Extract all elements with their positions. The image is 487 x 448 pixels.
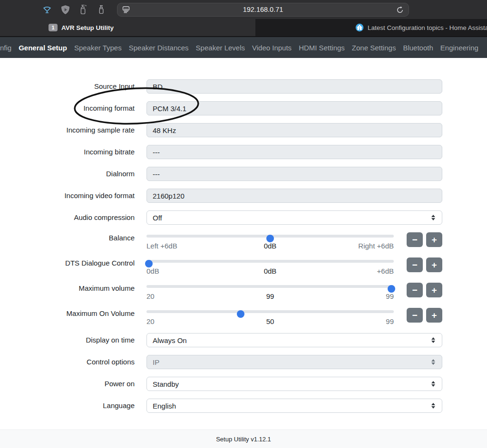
field-label: Audio compression (0, 213, 135, 222)
wiper-extension-icon[interactable] (42, 4, 52, 15)
maximum-volume-slider[interactable]: 20 99 99 (146, 283, 394, 300)
decrement-button[interactable]: − (407, 257, 423, 272)
slider-track[interactable] (146, 235, 394, 238)
shield-play-extension-icon[interactable] (60, 4, 70, 15)
form-row: Language English (0, 399, 487, 413)
slider-max-label: 99 (386, 318, 394, 325)
nav-item-config[interactable]: nfig (0, 44, 11, 52)
field-label: Dialnorm (0, 169, 135, 179)
page-footer: Setup Utility v1.12.1 (0, 429, 487, 448)
nav-item-speaker-levels[interactable]: Speaker Levels (196, 44, 245, 52)
nav-item-zone-settings[interactable]: Zone Settings (352, 44, 396, 52)
incoming-video-format-field[interactable] (146, 189, 442, 203)
slider-thumb[interactable] (145, 260, 153, 267)
tab-home-assistant[interactable]: Latest Configuration topics - Home Assis… (255, 19, 487, 36)
nav-item-video-inputs[interactable]: Video Inputs (252, 44, 292, 52)
slider-thumb[interactable] (266, 235, 274, 242)
slider-max-label: 99 (386, 293, 394, 300)
incoming-bitrate-field[interactable] (146, 145, 442, 159)
language-select[interactable]: English (146, 399, 442, 413)
slider-max-label: Right +6dB (358, 242, 394, 249)
field-label: Power on (0, 379, 135, 389)
browser-toolbar: 192.168.0.71 (0, 0, 487, 19)
spray-bottle-extension-icon[interactable] (78, 4, 88, 15)
maximum-on-volume-slider[interactable]: 20 50 99 (146, 308, 394, 325)
reload-icon[interactable] (396, 6, 404, 14)
dialnorm-field[interactable] (146, 167, 442, 181)
source-input-field[interactable] (146, 79, 442, 94)
decrement-button[interactable]: − (407, 308, 423, 323)
increment-button[interactable]: + (426, 257, 442, 272)
field-label: Incoming bitrate (0, 147, 135, 157)
display-on-time-select[interactable]: Always On (146, 333, 442, 347)
increment-button[interactable]: + (426, 232, 442, 247)
slider-track[interactable] (146, 285, 394, 288)
select-value: Standby (153, 380, 179, 388)
general-setup-form: Source Input Incoming format Incoming sa… (0, 58, 487, 429)
field-label: Maximum On Volume (0, 308, 135, 318)
select-caret-icon (431, 337, 435, 343)
form-row: Power on Standby (0, 377, 487, 391)
increment-button[interactable]: + (426, 283, 442, 297)
form-row: Balance Left +6dB 0dB Right +6dB − + (0, 232, 487, 249)
form-row: Incoming video format (0, 189, 487, 203)
slider-min-label: 20 (146, 293, 155, 300)
form-row: Display on time Always On (0, 333, 487, 347)
home-assistant-icon (355, 23, 364, 32)
slider-value-label: 0dB (264, 267, 277, 275)
nav-item-bluetooth[interactable]: Bluetooth (403, 44, 433, 52)
form-row: Control options IP (0, 355, 487, 369)
field-label: Balance (0, 232, 135, 243)
incoming-format-field[interactable] (146, 101, 442, 115)
nav-item-engineering[interactable]: Engineering (440, 44, 478, 52)
select-value: IP (153, 358, 159, 366)
select-value: Always On (153, 336, 187, 344)
spray-bottle-small-extension-icon[interactable] (96, 4, 107, 15)
url-bar[interactable]: 192.168.0.71 (117, 3, 409, 17)
nav-item-general-setup[interactable]: General Setup (19, 44, 67, 52)
form-row: Incoming sample rate (0, 123, 487, 137)
select-caret-icon (431, 215, 435, 220)
slider-max-label: +6dB (377, 267, 394, 275)
balance-slider[interactable]: Left +6dB 0dB Right +6dB (146, 232, 394, 249)
slider-thumb[interactable] (237, 310, 244, 318)
field-label: Display on time (0, 335, 135, 345)
tab-title: AVR Setup Utility (61, 24, 114, 31)
tab-avr-setup-utility[interactable]: 1 AVR Setup Utility (0, 19, 255, 36)
decrement-button[interactable]: − (407, 232, 423, 247)
increment-button[interactable]: + (426, 308, 442, 323)
form-row: Maximum On Volume 20 50 99 − + (0, 308, 487, 325)
dts-dialogue-control-slider[interactable]: 0dB 0dB +6dB (146, 257, 394, 275)
nav-item-speaker-distances[interactable]: Speaker Distances (129, 44, 189, 52)
decrement-button[interactable]: − (407, 283, 423, 297)
slider-min-label: Left +6dB (146, 242, 177, 249)
nav-item-speaker-types[interactable]: Speaker Types (74, 44, 122, 52)
slider-track[interactable] (146, 310, 394, 313)
incoming-sample-rate-field[interactable] (146, 123, 442, 137)
nav-item-hdmi-settings[interactable]: HDMI Settings (299, 44, 345, 52)
form-row: Incoming bitrate (0, 145, 487, 159)
field-label: Incoming video format (0, 191, 135, 200)
form-row: Dialnorm (0, 167, 487, 181)
field-label: Incoming format (0, 104, 135, 113)
slider-value-label: 0dB (264, 242, 277, 249)
form-row: Audio compression Off (0, 210, 487, 225)
select-caret-icon (431, 403, 435, 409)
slider-track[interactable] (146, 260, 394, 263)
select-caret-icon (431, 381, 435, 387)
field-label: DTS Dialogue Control (0, 257, 135, 268)
slider-thumb[interactable] (388, 285, 395, 293)
form-row: Source Input (0, 79, 487, 94)
field-label: Incoming sample rate (0, 125, 135, 135)
control-options-select[interactable]: IP (146, 355, 442, 369)
tab-count-badge: 1 (49, 24, 58, 31)
audio-compression-select[interactable]: Off (146, 210, 442, 225)
version-text: Setup Utility v1.12.1 (216, 436, 271, 443)
slider-min-label: 0dB (146, 267, 159, 275)
tab-title: Latest Configuration topics - Home Assis… (368, 24, 487, 31)
field-label: Source Input (0, 82, 135, 91)
select-caret-icon (431, 359, 435, 365)
tab-bar: 1 AVR Setup Utility Latest Configuration… (0, 19, 487, 37)
form-row: DTS Dialogue Control 0dB 0dB +6dB − + (0, 257, 487, 275)
power-on-select[interactable]: Standby (146, 377, 442, 391)
